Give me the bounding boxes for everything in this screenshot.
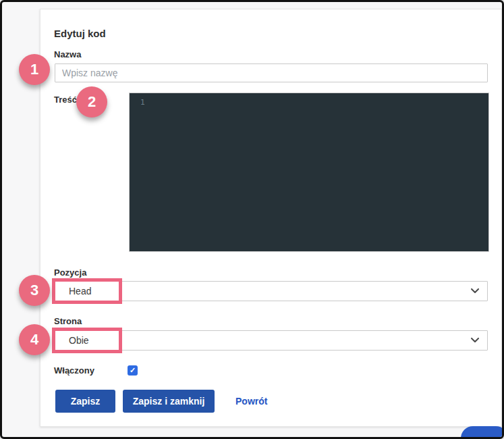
annotation-badge-number: 1 (30, 61, 38, 78)
annotation-badge-2: 2 (76, 86, 107, 118)
floating-action-button[interactable] (461, 426, 502, 437)
annotation-badge-number: 3 (30, 282, 38, 299)
check-icon: ✓ (130, 366, 136, 375)
annotation-badge-4: 4 (19, 324, 50, 355)
save-and-close-button[interactable]: Zapisz i zamknij (123, 390, 215, 413)
position-label: Pozycja (54, 267, 86, 278)
annotation-badge-1: 1 (19, 54, 50, 85)
name-label: Nazwa (54, 49, 81, 59)
annotation-badge-number: 4 (30, 331, 38, 348)
enabled-label: Włączony (54, 365, 94, 376)
enabled-checkbox[interactable]: ✓ (128, 365, 138, 376)
back-link[interactable]: Powrót (235, 390, 267, 413)
editor-line-number: 1 (140, 98, 145, 107)
name-input[interactable] (55, 63, 488, 82)
screenshot-frame: Edytuj kod Nazwa Treść 1 Pozycja Head St… (0, 0, 504, 439)
save-button[interactable]: Zapisz (55, 390, 115, 413)
annotation-badge-number: 2 (88, 93, 96, 111)
code-editor[interactable]: 1 (129, 93, 489, 252)
chevron-down-icon (471, 338, 479, 343)
page-background: Edytuj kod Nazwa Treść 1 Pozycja Head St… (2, 2, 502, 437)
chevron-down-icon (471, 288, 479, 294)
annotation-badge-3: 3 (19, 275, 50, 306)
edit-code-form-card: Edytuj kod Nazwa Treść 1 Pozycja Head St… (40, 9, 502, 427)
page-title: Edytuj kod (54, 28, 106, 39)
page-field-label: Strona (54, 316, 82, 326)
page-select[interactable]: Obie (55, 330, 488, 351)
content-label: Treść (54, 95, 77, 105)
page-select-value: Obie (69, 335, 89, 346)
position-select[interactable]: Head (55, 281, 488, 301)
position-select-value: Head (69, 286, 91, 296)
